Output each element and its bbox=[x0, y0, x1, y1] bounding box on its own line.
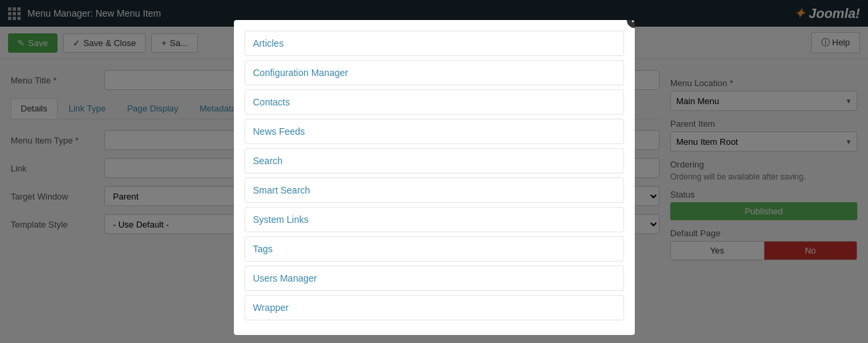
modal-close-button[interactable]: × bbox=[625, 20, 635, 29]
modal-item-contacts[interactable]: Contacts bbox=[245, 89, 624, 115]
modal-item-smart-search[interactable]: Smart Search bbox=[245, 178, 624, 203]
modal-item-articles[interactable]: Articles bbox=[245, 31, 624, 56]
modal-dialog: × Articles Configuration Manager Contact… bbox=[234, 20, 635, 271]
modal-item-system-links[interactable]: System Links bbox=[245, 207, 624, 232]
modal-item-search[interactable]: Search bbox=[245, 148, 624, 174]
modal-item-tags[interactable]: Tags bbox=[245, 236, 624, 262]
modal-overlay[interactable]: × Articles Configuration Manager Contact… bbox=[0, 0, 868, 271]
modal-item-configuration-manager[interactable]: Configuration Manager bbox=[245, 60, 624, 85]
modal-item-users-manager[interactable]: Users Manager bbox=[245, 266, 624, 271]
modal-item-news-feeds[interactable]: News Feeds bbox=[245, 119, 624, 144]
